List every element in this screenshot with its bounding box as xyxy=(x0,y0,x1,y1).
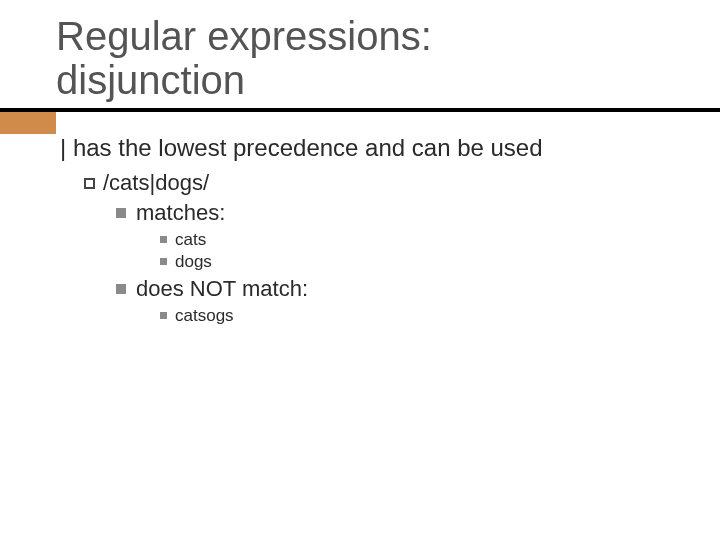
not-match-item: catsogs xyxy=(160,306,680,326)
not-match-text: catsogs xyxy=(175,306,234,325)
body-line-1: | has the lowest precedence and can be u… xyxy=(60,134,680,162)
title-line-1: Regular expressions: xyxy=(56,14,656,58)
hollow-square-icon xyxy=(84,178,95,189)
square-icon xyxy=(160,236,167,243)
accent-bar xyxy=(0,112,56,134)
square-icon xyxy=(160,258,167,265)
square-icon xyxy=(116,208,126,218)
matches-label: matches: xyxy=(136,200,225,225)
match-text: cats xyxy=(175,230,206,249)
matches-heading: matches: xyxy=(116,200,680,226)
slide-body: | has the lowest precedence and can be u… xyxy=(60,132,680,328)
regex-text: /cats|dogs/ xyxy=(103,170,209,195)
slide-title: Regular expressions: disjunction xyxy=(56,14,656,102)
body-regex: /cats|dogs/ xyxy=(84,170,680,196)
square-icon xyxy=(116,284,126,294)
title-underline xyxy=(0,108,720,112)
matches-item: dogs xyxy=(160,252,680,272)
square-icon xyxy=(160,312,167,319)
slide: Regular expressions: disjunction | has t… xyxy=(0,0,720,540)
bullet-text: | has the lowest precedence and can be u… xyxy=(60,134,543,161)
matches-item: cats xyxy=(160,230,680,250)
not-match-heading: does NOT match: xyxy=(116,276,680,302)
title-line-2: disjunction xyxy=(56,58,656,102)
match-text: dogs xyxy=(175,252,212,271)
not-match-label: does NOT match: xyxy=(136,276,308,301)
